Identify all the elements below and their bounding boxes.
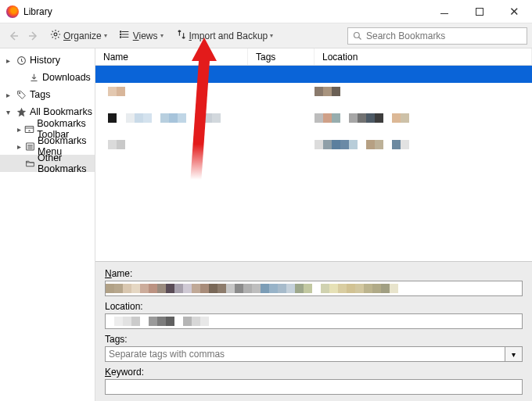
keyword-field[interactable]	[105, 379, 523, 395]
list-item[interactable]	[95, 66, 532, 83]
views-button[interactable]: Views ▾	[115, 27, 168, 45]
clock-icon	[15, 55, 27, 66]
tag-icon	[15, 90, 27, 100]
title-bar: Library ✕	[0, 0, 532, 23]
firefox-logo-icon	[6, 5, 19, 18]
organize-button[interactable]: Organize ▾	[45, 27, 112, 45]
tags-dropdown-button[interactable]: ▾	[505, 346, 523, 362]
star-icon	[15, 107, 27, 117]
svg-point-3	[120, 37, 120, 38]
content-pane: Name Tags Location	[95, 48, 532, 401]
svg-point-6	[19, 92, 20, 94]
search-input[interactable]	[366, 30, 522, 41]
svg-rect-7	[26, 126, 34, 132]
list-item[interactable]	[95, 109, 532, 127]
chevron-down-icon: ▾	[104, 32, 107, 39]
bookmark-list	[95, 66, 532, 261]
tags-field[interactable]	[105, 346, 505, 362]
name-label: Name:	[105, 268, 523, 279]
maximize-button[interactable]	[462, 0, 497, 23]
back-button[interactable]	[5, 27, 22, 45]
close-button[interactable]: ✕	[497, 0, 532, 23]
sidebar-item-history[interactable]: ▸ History	[0, 52, 95, 69]
chevron-right-icon: ▸	[3, 56, 13, 65]
name-field[interactable]	[105, 281, 523, 296]
sidebar-item-downloads[interactable]: Downloads	[0, 69, 95, 86]
forward-button[interactable]	[25, 27, 42, 45]
list-icon	[120, 29, 131, 42]
sidebar-item-other-bookmarks[interactable]: Other Bookmarks	[0, 155, 95, 172]
gear-icon	[50, 29, 61, 42]
column-name[interactable]: Name	[95, 48, 248, 65]
search-box[interactable]	[347, 27, 527, 45]
toolbar-icon	[24, 124, 34, 134]
column-headers: Name Tags Location	[95, 48, 532, 66]
toolbar: Organize ▾ Views ▾ Import and Backup ▾	[0, 23, 532, 48]
minimize-button[interactable]	[426, 0, 462, 23]
tags-label: Tags:	[105, 334, 523, 345]
svg-point-0	[54, 33, 57, 36]
window-title: Library	[23, 6, 426, 17]
list-item[interactable]	[95, 83, 532, 100]
svg-point-4	[354, 32, 360, 38]
chevron-down-icon: ▾	[3, 108, 13, 116]
location-label: Location:	[105, 301, 523, 312]
search-icon	[353, 31, 362, 41]
chevron-right-icon: ▸	[16, 142, 23, 151]
sidebar-item-tags[interactable]: ▸ Tags	[0, 86, 95, 103]
chevron-down-icon: ▾	[512, 350, 516, 359]
chevron-down-icon: ▾	[270, 32, 273, 39]
svg-point-2	[120, 34, 120, 34]
chevron-right-icon: ▸	[3, 91, 13, 99]
menu-icon	[25, 141, 35, 152]
sidebar: ▸ History Downloads ▸ Tags ▾ All Bookmar…	[0, 48, 95, 401]
column-tags[interactable]: Tags	[248, 48, 315, 65]
chevron-down-icon: ▾	[160, 32, 164, 39]
chevron-right-icon: ▸	[16, 125, 22, 134]
import-export-icon	[176, 29, 187, 42]
details-pane: Name: Location: Tags: ▾ Keyword:	[95, 261, 532, 401]
svg-point-1	[120, 31, 120, 32]
location-field[interactable]	[105, 313, 523, 329]
download-icon	[27, 73, 40, 83]
column-location[interactable]: Location	[315, 48, 532, 65]
folder-icon	[25, 159, 35, 169]
import-backup-button[interactable]: Import and Backup ▾	[171, 27, 279, 45]
keyword-label: Keyword:	[105, 367, 523, 378]
list-item[interactable]	[95, 136, 532, 153]
